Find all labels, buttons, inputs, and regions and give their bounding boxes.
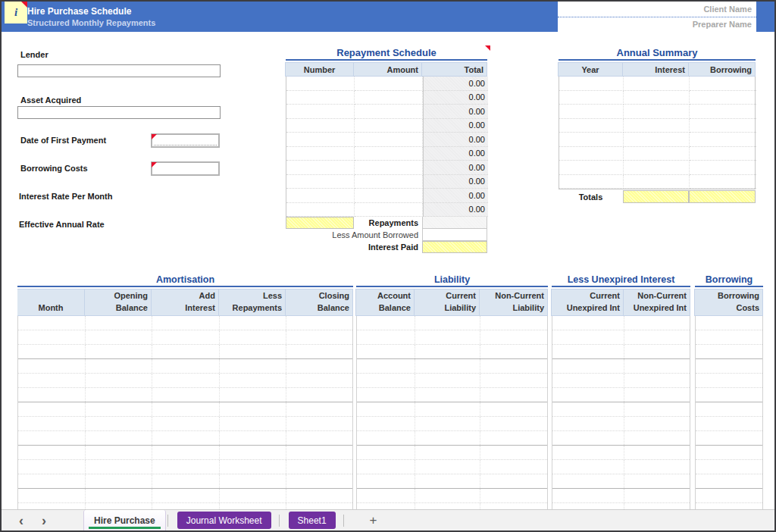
schedule-amount-cell[interactable] <box>355 203 423 217</box>
detail-cell[interactable] <box>286 489 354 502</box>
detail-cell[interactable] <box>220 374 286 387</box>
detail-cell[interactable] <box>415 345 480 358</box>
schedule-total-cell[interactable]: 0.00 <box>423 175 488 189</box>
detail-cell[interactable] <box>624 503 691 509</box>
detail-cell[interactable] <box>86 460 152 474</box>
schedule-amount-cell[interactable] <box>355 189 423 203</box>
detail-cell[interactable] <box>86 345 152 358</box>
schedule-amount-cell[interactable] <box>355 175 423 189</box>
detail-cell[interactable] <box>220 388 286 402</box>
detail-cell[interactable] <box>86 431 152 445</box>
detail-cell[interactable] <box>552 503 624 509</box>
detail-cell[interactable] <box>696 359 763 373</box>
detail-cell[interactable] <box>624 359 691 373</box>
detail-cell[interactable] <box>696 330 763 344</box>
borrowing-costs-input[interactable] <box>151 161 220 176</box>
detail-cell[interactable] <box>624 330 691 344</box>
schedule-number-cell[interactable] <box>286 119 355 133</box>
detail-cell[interactable] <box>86 388 152 402</box>
info-icon[interactable]: i <box>5 2 27 23</box>
detail-cell[interactable] <box>480 417 549 430</box>
detail-cell[interactable] <box>696 374 763 387</box>
detail-cell[interactable] <box>220 316 286 330</box>
detail-cell[interactable] <box>86 489 152 502</box>
detail-cell[interactable] <box>18 388 86 402</box>
detail-cell[interactable] <box>286 359 354 373</box>
detail-cell[interactable] <box>357 345 415 358</box>
detail-cell[interactable] <box>357 446 415 459</box>
detail-cell[interactable] <box>624 417 691 430</box>
detail-cell[interactable] <box>18 474 86 488</box>
detail-cell[interactable] <box>286 417 354 430</box>
interest-cell[interactable] <box>624 175 690 189</box>
detail-cell[interactable] <box>220 446 286 459</box>
tab-journal-worksheet[interactable]: Journal Worksheet <box>177 512 271 529</box>
detail-cell[interactable] <box>696 417 763 430</box>
detail-cell[interactable] <box>220 489 286 502</box>
detail-cell[interactable] <box>18 446 86 459</box>
detail-cell[interactable] <box>220 431 286 445</box>
detail-cell[interactable] <box>624 460 691 474</box>
repayments-total-cell[interactable] <box>422 217 487 229</box>
schedule-number-cell[interactable] <box>286 147 355 161</box>
detail-cell[interactable] <box>357 330 415 344</box>
detail-cell[interactable] <box>286 345 354 358</box>
detail-cell[interactable] <box>86 503 152 509</box>
detail-cell[interactable] <box>86 402 152 416</box>
detail-cell[interactable] <box>286 446 354 459</box>
detail-cell[interactable] <box>415 388 480 402</box>
date-first-payment-input[interactable] <box>151 133 220 148</box>
detail-cell[interactable] <box>357 417 415 430</box>
schedule-total-cell[interactable]: 0.00 <box>423 77 488 91</box>
detail-cell[interactable] <box>357 402 415 416</box>
schedule-amount-cell[interactable] <box>355 119 423 133</box>
detail-cell[interactable] <box>86 374 152 387</box>
detail-cell[interactable] <box>220 402 286 416</box>
borrowing-cell[interactable] <box>690 77 756 91</box>
less-amount-borrowed-cell[interactable] <box>422 229 487 241</box>
add-sheet-button[interactable]: + <box>370 513 377 528</box>
detail-cell[interactable] <box>152 446 220 459</box>
detail-cell[interactable] <box>552 388 624 402</box>
detail-cell[interactable] <box>152 460 220 474</box>
detail-cell[interactable] <box>18 345 86 358</box>
detail-cell[interactable] <box>357 460 415 474</box>
detail-cell[interactable] <box>415 330 480 344</box>
detail-cell[interactable] <box>552 374 624 387</box>
detail-cell[interactable] <box>86 474 152 488</box>
detail-cell[interactable] <box>624 402 691 416</box>
borrowing-cell[interactable] <box>690 161 756 175</box>
interest-cell[interactable] <box>624 119 690 133</box>
schedule-amount-cell[interactable] <box>355 133 423 147</box>
detail-cell[interactable] <box>286 431 354 445</box>
detail-cell[interactable] <box>152 359 220 373</box>
schedule-number-cell[interactable] <box>286 189 355 203</box>
detail-cell[interactable] <box>552 431 624 445</box>
detail-cell[interactable] <box>220 345 286 358</box>
detail-cell[interactable] <box>480 402 549 416</box>
schedule-amount-cell[interactable] <box>355 105 423 119</box>
detail-cell[interactable] <box>220 359 286 373</box>
detail-cell[interactable] <box>552 330 624 344</box>
detail-cell[interactable] <box>152 431 220 445</box>
schedule-total-cell[interactable]: 0.00 <box>423 91 488 105</box>
detail-cell[interactable] <box>152 503 220 509</box>
detail-cell[interactable] <box>415 503 480 509</box>
detail-cell[interactable] <box>286 374 354 387</box>
detail-cell[interactable] <box>86 316 152 330</box>
year-cell[interactable] <box>559 133 624 147</box>
borrowing-cell[interactable] <box>690 105 756 119</box>
interest-cell[interactable] <box>624 161 690 175</box>
detail-cell[interactable] <box>696 460 763 474</box>
detail-cell[interactable] <box>480 330 549 344</box>
next-sheet-arrow-icon[interactable]: › <box>38 513 50 528</box>
detail-cell[interactable] <box>18 460 86 474</box>
detail-cell[interactable] <box>152 345 220 358</box>
totals-interest-cell[interactable] <box>623 190 689 203</box>
detail-cell[interactable] <box>552 359 624 373</box>
detail-cell[interactable] <box>286 316 354 330</box>
detail-cell[interactable] <box>624 388 691 402</box>
detail-cell[interactable] <box>86 446 152 459</box>
detail-cell[interactable] <box>18 503 86 509</box>
borrowing-cell[interactable] <box>690 91 756 105</box>
